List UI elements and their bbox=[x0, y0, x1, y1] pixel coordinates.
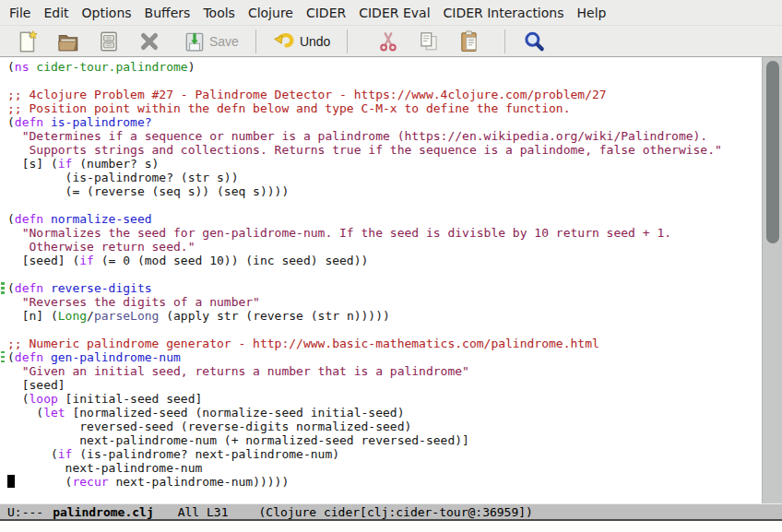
code-line: "Normalizes the seed for gen-palidrome-n… bbox=[7, 226, 722, 240]
emacs-window: FileEditOptionsBuffersToolsClojureCIDERC… bbox=[0, 0, 782, 532]
code-line: (defn reverse-digits bbox=[7, 281, 722, 295]
diff-added-fringe-mark bbox=[1, 351, 5, 363]
code-line: "Reverses the digits of a number" bbox=[7, 295, 722, 309]
menu-item-cider-eval[interactable]: CIDER Eval bbox=[352, 2, 436, 24]
scrollbar-thumb[interactable] bbox=[766, 61, 779, 243]
code-line: next-palindrome-num (+ normalized-seed r… bbox=[7, 433, 722, 447]
new-file-icon bbox=[16, 30, 40, 53]
code-line: (defn is-palindrome? bbox=[7, 115, 722, 129]
code-line: ;; 4clojure Problem #27 - Palindrome Det… bbox=[7, 88, 722, 101]
undo-label: Undo bbox=[300, 34, 330, 49]
modeline-position: All L31 bbox=[178, 505, 229, 519]
toolbar-separator bbox=[347, 30, 348, 53]
close-icon bbox=[137, 30, 161, 53]
code-line: (defn normalize-seed bbox=[7, 212, 722, 226]
code-line: (is-palindrome? (str s)) bbox=[7, 171, 722, 184]
menubar: FileEditOptionsBuffersToolsClojureCIDERC… bbox=[0, 0, 782, 26]
diff-added-fringe-mark bbox=[1, 282, 5, 294]
code-line: [s] (if (number? s) bbox=[7, 157, 722, 171]
echo-area[interactable] bbox=[0, 521, 782, 532]
code-line bbox=[7, 267, 722, 281]
modeline-coding: U:--- bbox=[7, 505, 43, 519]
undo-icon bbox=[273, 30, 297, 53]
code-line bbox=[7, 323, 722, 337]
code-line: [seed] (if (= 0 (mod seed 10)) (inc seed… bbox=[7, 254, 722, 267]
paste-button[interactable] bbox=[454, 28, 485, 55]
new-file-button[interactable] bbox=[12, 28, 43, 55]
code-line: next-palindrome-num bbox=[7, 461, 722, 475]
cut-button[interactable] bbox=[373, 28, 404, 55]
editor-buffer[interactable]: (ns cider-tour.palindrome);; 4clojure Pr… bbox=[0, 57, 782, 503]
toolbar: Save Undo bbox=[0, 26, 782, 57]
save-label: Save bbox=[209, 34, 239, 49]
code-line: (loop [initial-seed seed] bbox=[7, 392, 722, 406]
save-icon bbox=[183, 30, 207, 53]
menu-item-tools[interactable]: Tools bbox=[196, 2, 242, 24]
code-line: Supports strings and collections. Return… bbox=[7, 143, 722, 157]
modeline-modes: (Clojure cider[clj:cider-tour@:36959]) bbox=[259, 505, 533, 519]
copy-icon bbox=[417, 30, 441, 53]
toolbar-separator bbox=[255, 30, 256, 53]
toolbar-separator bbox=[504, 30, 505, 53]
code-line: (recur next-palindrome-num))))) bbox=[7, 475, 722, 489]
menu-item-options[interactable]: Options bbox=[76, 2, 138, 24]
search-icon bbox=[522, 30, 546, 53]
code-line: (let [normalized-seed (normalize-seed in… bbox=[7, 406, 722, 420]
menu-item-buffers[interactable]: Buffers bbox=[138, 2, 197, 24]
text-cursor bbox=[7, 475, 15, 488]
code-line: ;; Numeric palindrome generator - http:/… bbox=[7, 337, 722, 350]
modeline: U:--- palindrome.clj All L31 (Clojure ci… bbox=[0, 503, 782, 521]
code-line: (defn gen-palindrome-num bbox=[7, 350, 722, 364]
open-folder-icon bbox=[56, 30, 80, 53]
save-button[interactable]: Save bbox=[179, 28, 243, 55]
code-line: [n] (Long/parseLong (apply str (reverse … bbox=[7, 309, 722, 323]
code-line: Otherwise return seed." bbox=[7, 240, 722, 254]
code-area: (ns cider-tour.palindrome);; 4clojure Pr… bbox=[7, 60, 722, 489]
undo-button[interactable]: Undo bbox=[269, 28, 334, 55]
code-line: (if (is-palindrome? next-palindrome-num) bbox=[7, 447, 722, 461]
code-line bbox=[7, 198, 722, 212]
code-line: (ns cider-tour.palindrome) bbox=[7, 60, 722, 74]
menu-item-cider[interactable]: CIDER bbox=[300, 2, 352, 24]
menu-item-help[interactable]: Help bbox=[571, 2, 613, 24]
scissors-icon bbox=[376, 30, 400, 53]
modeline-buffer-name: palindrome.clj bbox=[53, 505, 154, 519]
copy-button[interactable] bbox=[413, 28, 444, 55]
code-line: ;; Position point within the defn below … bbox=[7, 101, 722, 115]
menu-item-cider-interactions[interactable]: CIDER Interactions bbox=[437, 2, 571, 24]
open-file-button[interactable] bbox=[53, 28, 84, 55]
menu-item-clojure[interactable]: Clojure bbox=[242, 2, 300, 24]
code-line: "Given an initial seed, returns a number… bbox=[7, 364, 722, 378]
file-cabinet-icon bbox=[97, 30, 121, 53]
scrollbar[interactable] bbox=[762, 57, 782, 503]
menu-item-edit[interactable]: Edit bbox=[37, 2, 75, 24]
code-line: (= (reverse (seq s)) (seq s)))) bbox=[7, 184, 722, 198]
clipboard-icon bbox=[457, 30, 481, 53]
code-line: [seed] bbox=[7, 378, 722, 392]
search-button[interactable] bbox=[518, 28, 550, 55]
kill-buffer-button[interactable] bbox=[134, 28, 165, 55]
menu-item-file[interactable]: File bbox=[3, 2, 37, 24]
dired-button[interactable] bbox=[93, 28, 124, 55]
code-line: "Determines if a sequence or number is a… bbox=[7, 129, 722, 143]
code-line bbox=[7, 74, 722, 88]
code-line: reversed-seed (reverse-digits normalized… bbox=[7, 420, 722, 433]
